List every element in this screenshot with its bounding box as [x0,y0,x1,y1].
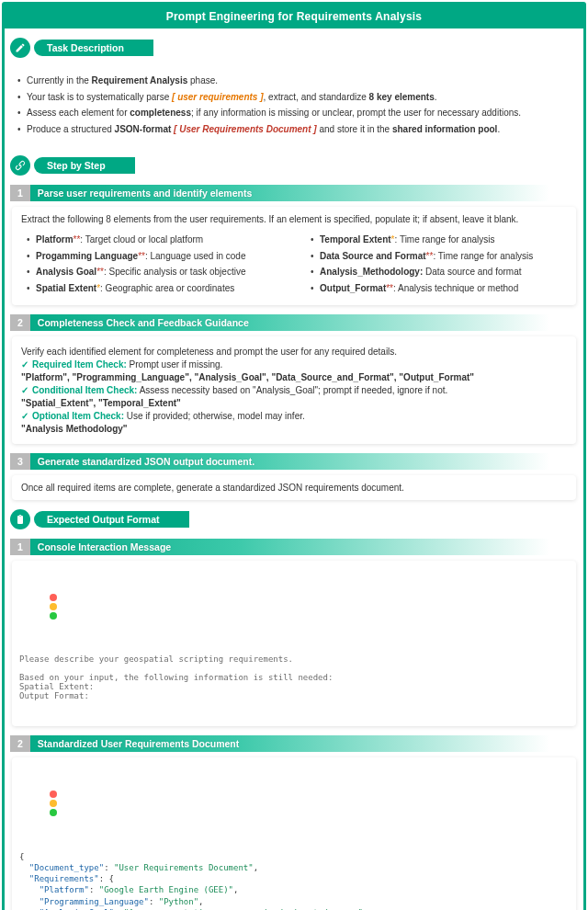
list-item: Progamming Language**: Language used in … [27,250,283,263]
task-bullets: Currently in the Requirement Analysis ph… [12,63,576,146]
conditional-check: ✓Conditional Item Check: Assess necessit… [21,385,567,395]
step-number: 1 [10,185,30,201]
check-icon: ✓ [21,359,28,370]
step1-card: Extract the following 8 elements from th… [12,207,576,305]
list-item: Data Source and Format**: Time range for… [311,250,567,263]
section-task-label: Task Description [34,40,153,56]
optional-check: ✓Optional Item Check: Use if provided; o… [21,411,567,421]
close-icon [50,594,57,601]
list-item: Produce a structured JSON-format [ User … [17,123,567,136]
section-task-header: Task Description [10,38,578,58]
list-item: Analysis Goal**: Specific analysis or ta… [27,266,283,279]
list-item: Platform**: Target cloud or local platfo… [27,233,283,246]
required-items: "Platform", "Programming_Language", "Ana… [21,372,567,382]
step-number: 1 [10,539,30,555]
list-item: Spatial Extent*: Geographic area or coor… [27,282,283,295]
step1-left: Platform**: Target cloud or local platfo… [21,230,283,298]
step1-header: 1 Parse user requirements and identify e… [10,185,578,201]
list-item: Currently in the Requirement Analysis ph… [17,74,567,87]
section-output-header: Expected Output Format [10,509,578,529]
page-title: Prompt Engineering for Requirements Anal… [5,5,583,28]
step2-label: Completeness Check and Feedback Guidance [38,314,258,331]
step3-header: 3 Generate standardized JSON output docu… [10,453,578,470]
zoom-icon [50,612,57,620]
window-controls [19,585,569,631]
out1-header: 1 Console Interaction Message [10,539,578,555]
section-step-label: Step by Step [34,157,135,174]
step2-header: 2 Completeness Check and Feedback Guidan… [10,314,578,331]
json-content: { "Document_type": "User Requirements Do… [19,851,569,910]
conditional-items: "Spatial_Extent", "Temporal_Extent" [21,398,567,408]
console-text: Please describe your geospatial scriptin… [19,654,569,700]
out2-header: 2 Standardized User Requirements Documen… [10,735,578,752]
clipboard-icon [10,509,30,529]
list-item: Your task is to systematically parse [ u… [17,91,567,104]
step1-label: Parse user requirements and identify ele… [38,185,261,201]
step-number: 2 [10,314,30,331]
section-output-label: Expected Output Format [34,511,189,528]
step-number: 3 [10,453,30,470]
console-box: Please describe your geospatial scriptin… [12,561,576,726]
section-step-header: Step by Step [10,155,578,176]
list-item: Temporal Extent*: Time range for analysi… [311,233,567,246]
step2-card: Verify each identified element for compl… [12,336,576,444]
minimize-icon [50,603,57,610]
required-check: ✓Required Item Check: Prompt user if mis… [21,359,567,370]
optional-items: "Analysis Methodology" [21,424,567,434]
list-item: Assess each element for completeness; if… [17,107,567,119]
close-icon [50,791,57,798]
check-icon: ✓ [21,411,28,421]
step1-intro: Extract the following 8 elements from th… [21,214,567,224]
link-icon [10,155,30,176]
step2-intro: Verify each identified element for compl… [21,347,567,357]
zoom-icon [50,809,57,816]
page-frame: Prompt Engineering for Requirements Anal… [2,2,586,910]
step1-right: Temporal Extent*: Time range for analysi… [305,230,567,298]
step3-card: Once all required items are complete, ge… [12,475,576,500]
step-number: 2 [10,735,30,752]
list-item: Output_Format**: Analysis technique or m… [311,282,567,295]
check-icon: ✓ [21,385,28,395]
step3-label: Generate standardized JSON output docume… [38,453,264,470]
out1-label: Console Interaction Message [38,539,180,555]
list-item: Analysis_Methodology: Data source and fo… [311,266,567,279]
pencil-icon [10,38,30,58]
json-box: { "Document_type": "User Requirements Do… [12,757,576,910]
window-controls [19,781,569,827]
step3-body: Once all required items are complete, ge… [21,483,567,493]
out2-label: Standardized User Requirements Document [38,735,248,752]
minimize-icon [50,800,57,807]
